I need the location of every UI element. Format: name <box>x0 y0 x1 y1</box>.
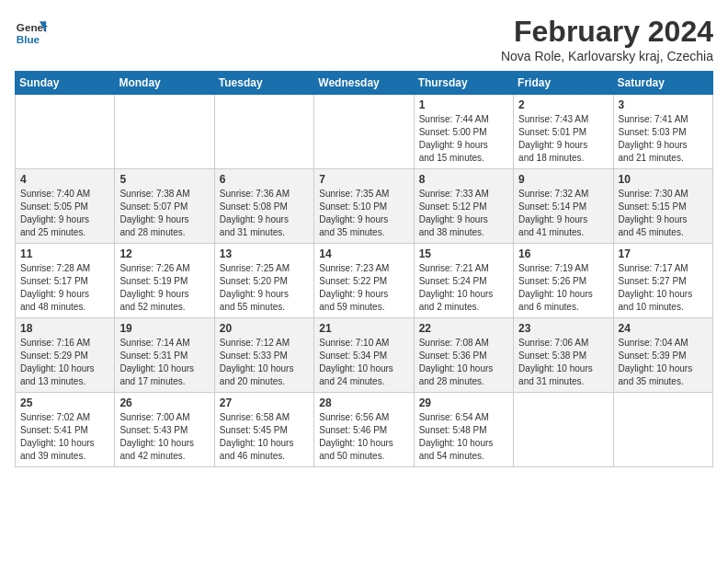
calendar-cell <box>115 95 214 169</box>
day-info: Sunrise: 7:32 AM Sunset: 5:14 PM Dayligh… <box>518 188 608 239</box>
calendar-cell: 1Sunrise: 7:44 AM Sunset: 5:00 PM Daylig… <box>414 95 513 169</box>
day-info: Sunrise: 7:04 AM Sunset: 5:39 PM Dayligh… <box>619 337 708 388</box>
day-info: Sunrise: 7:14 AM Sunset: 5:31 PM Dayligh… <box>119 337 209 388</box>
svg-text:Blue: Blue <box>17 33 40 45</box>
day-info: Sunrise: 6:58 AM Sunset: 5:45 PM Dayligh… <box>220 411 309 463</box>
page-header: General Blue February 2024 Nova Role, Ka… <box>15 15 713 63</box>
day-info: Sunrise: 7:06 AM Sunset: 5:38 PM Dayligh… <box>518 337 608 388</box>
day-number: 16 <box>518 247 608 260</box>
weekday-header-row: SundayMondayTuesdayWednesdayThursdayFrid… <box>16 72 713 95</box>
calendar-cell: 19Sunrise: 7:14 AM Sunset: 5:31 PM Dayli… <box>115 318 214 393</box>
calendar-cell: 20Sunrise: 7:12 AM Sunset: 5:33 PM Dayli… <box>214 318 313 393</box>
logo-icon: General Blue <box>15 15 48 48</box>
calendar-cell: 22Sunrise: 7:08 AM Sunset: 5:36 PM Dayli… <box>414 318 513 393</box>
day-number: 25 <box>20 396 109 409</box>
calendar-cell <box>16 95 115 169</box>
calendar-cell <box>613 393 712 467</box>
day-number: 21 <box>319 322 408 335</box>
day-info: Sunrise: 7:16 AM Sunset: 5:29 PM Dayligh… <box>20 337 109 388</box>
day-number: 18 <box>20 322 109 335</box>
day-info: Sunrise: 7:36 AM Sunset: 5:08 PM Dayligh… <box>220 188 309 239</box>
day-number: 12 <box>119 247 209 260</box>
calendar-cell: 3Sunrise: 7:41 AM Sunset: 5:03 PM Daylig… <box>613 95 712 169</box>
calendar-cell: 15Sunrise: 7:21 AM Sunset: 5:24 PM Dayli… <box>414 244 513 318</box>
day-number: 5 <box>119 173 209 186</box>
weekday-header-monday: Monday <box>115 72 214 95</box>
calendar-week-row: 1Sunrise: 7:44 AM Sunset: 5:00 PM Daylig… <box>16 95 713 169</box>
day-number: 29 <box>419 396 508 409</box>
day-info: Sunrise: 7:41 AM Sunset: 5:03 PM Dayligh… <box>619 113 708 165</box>
day-number: 23 <box>518 322 608 335</box>
day-info: Sunrise: 7:28 AM Sunset: 5:17 PM Dayligh… <box>20 262 109 314</box>
calendar-cell: 29Sunrise: 6:54 AM Sunset: 5:48 PM Dayli… <box>414 393 513 467</box>
day-info: Sunrise: 7:10 AM Sunset: 5:34 PM Dayligh… <box>319 337 408 388</box>
day-number: 27 <box>220 396 309 409</box>
day-number: 28 <box>319 396 408 409</box>
day-number: 26 <box>119 396 209 409</box>
day-info: Sunrise: 7:43 AM Sunset: 5:01 PM Dayligh… <box>518 113 608 165</box>
weekday-header-tuesday: Tuesday <box>214 72 313 95</box>
day-number: 11 <box>20 247 109 260</box>
calendar-cell: 16Sunrise: 7:19 AM Sunset: 5:26 PM Dayli… <box>514 244 613 318</box>
day-number: 14 <box>319 247 408 260</box>
day-number: 22 <box>419 322 508 335</box>
calendar-cell: 28Sunrise: 6:56 AM Sunset: 5:46 PM Dayli… <box>314 393 414 467</box>
day-info: Sunrise: 7:26 AM Sunset: 5:19 PM Dayligh… <box>119 262 209 314</box>
weekday-header-saturday: Saturday <box>613 72 712 95</box>
calendar-cell: 24Sunrise: 7:04 AM Sunset: 5:39 PM Dayli… <box>613 318 712 393</box>
calendar-week-row: 11Sunrise: 7:28 AM Sunset: 5:17 PM Dayli… <box>16 244 713 318</box>
day-info: Sunrise: 7:02 AM Sunset: 5:41 PM Dayligh… <box>20 411 109 463</box>
calendar-cell: 4Sunrise: 7:40 AM Sunset: 5:05 PM Daylig… <box>16 169 115 244</box>
day-number: 7 <box>319 173 408 186</box>
day-info: Sunrise: 7:19 AM Sunset: 5:26 PM Dayligh… <box>518 262 608 314</box>
day-number: 10 <box>619 173 708 186</box>
day-number: 24 <box>619 322 708 335</box>
calendar-cell: 27Sunrise: 6:58 AM Sunset: 5:45 PM Dayli… <box>214 393 313 467</box>
day-number: 17 <box>619 247 708 260</box>
day-info: Sunrise: 7:44 AM Sunset: 5:00 PM Dayligh… <box>419 113 508 165</box>
day-number: 9 <box>518 173 608 186</box>
calendar-cell: 8Sunrise: 7:33 AM Sunset: 5:12 PM Daylig… <box>414 169 513 244</box>
day-info: Sunrise: 7:33 AM Sunset: 5:12 PM Dayligh… <box>419 188 508 239</box>
calendar-cell: 18Sunrise: 7:16 AM Sunset: 5:29 PM Dayli… <box>16 318 115 393</box>
day-info: Sunrise: 7:30 AM Sunset: 5:15 PM Dayligh… <box>619 188 708 239</box>
day-number: 13 <box>220 247 309 260</box>
day-info: Sunrise: 7:17 AM Sunset: 5:27 PM Dayligh… <box>619 262 708 314</box>
weekday-header-sunday: Sunday <box>16 72 115 95</box>
weekday-header-wednesday: Wednesday <box>314 72 414 95</box>
calendar-cell: 23Sunrise: 7:06 AM Sunset: 5:38 PM Dayli… <box>514 318 613 393</box>
day-info: Sunrise: 7:38 AM Sunset: 5:07 PM Dayligh… <box>119 188 209 239</box>
day-number: 3 <box>619 98 708 111</box>
calendar-cell: 14Sunrise: 7:23 AM Sunset: 5:22 PM Dayli… <box>314 244 414 318</box>
day-info: Sunrise: 7:12 AM Sunset: 5:33 PM Dayligh… <box>220 337 309 388</box>
day-number: 19 <box>119 322 209 335</box>
day-info: Sunrise: 7:00 AM Sunset: 5:43 PM Dayligh… <box>119 411 209 463</box>
calendar-cell: 25Sunrise: 7:02 AM Sunset: 5:41 PM Dayli… <box>16 393 115 467</box>
calendar-cell <box>314 95 414 169</box>
day-info: Sunrise: 7:08 AM Sunset: 5:36 PM Dayligh… <box>419 337 508 388</box>
day-info: Sunrise: 6:54 AM Sunset: 5:48 PM Dayligh… <box>419 411 508 463</box>
day-info: Sunrise: 7:23 AM Sunset: 5:22 PM Dayligh… <box>319 262 408 314</box>
calendar-cell: 12Sunrise: 7:26 AM Sunset: 5:19 PM Dayli… <box>115 244 214 318</box>
calendar-cell: 11Sunrise: 7:28 AM Sunset: 5:17 PM Dayli… <box>16 244 115 318</box>
calendar-cell: 26Sunrise: 7:00 AM Sunset: 5:43 PM Dayli… <box>115 393 214 467</box>
day-number: 1 <box>419 98 508 111</box>
weekday-header-thursday: Thursday <box>414 72 513 95</box>
day-info: Sunrise: 6:56 AM Sunset: 5:46 PM Dayligh… <box>319 411 408 463</box>
location-subtitle: Nova Role, Karlovarsky kraj, Czechia <box>501 49 713 63</box>
calendar-cell: 5Sunrise: 7:38 AM Sunset: 5:07 PM Daylig… <box>115 169 214 244</box>
calendar-cell: 10Sunrise: 7:30 AM Sunset: 5:15 PM Dayli… <box>613 169 712 244</box>
day-info: Sunrise: 7:25 AM Sunset: 5:20 PM Dayligh… <box>220 262 309 314</box>
calendar-week-row: 25Sunrise: 7:02 AM Sunset: 5:41 PM Dayli… <box>16 393 713 467</box>
calendar-cell <box>214 95 313 169</box>
calendar-cell: 9Sunrise: 7:32 AM Sunset: 5:14 PM Daylig… <box>514 169 613 244</box>
day-number: 15 <box>419 247 508 260</box>
calendar-table: SundayMondayTuesdayWednesdayThursdayFrid… <box>15 71 713 467</box>
calendar-cell <box>514 393 613 467</box>
calendar-cell: 7Sunrise: 7:35 AM Sunset: 5:10 PM Daylig… <box>314 169 414 244</box>
calendar-week-row: 4Sunrise: 7:40 AM Sunset: 5:05 PM Daylig… <box>16 169 713 244</box>
month-title: February 2024 <box>501 15 713 49</box>
calendar-cell: 2Sunrise: 7:43 AM Sunset: 5:01 PM Daylig… <box>514 95 613 169</box>
day-number: 6 <box>220 173 309 186</box>
day-info: Sunrise: 7:35 AM Sunset: 5:10 PM Dayligh… <box>319 188 408 239</box>
